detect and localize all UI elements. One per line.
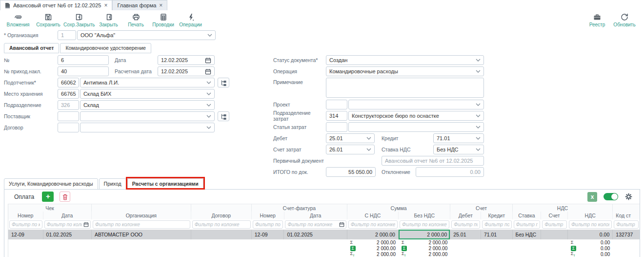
- supplier-select[interactable]: [80, 111, 215, 121]
- cell-vat[interactable]: 0.00: [568, 230, 613, 239]
- col-code[interactable]: Код ст: [613, 212, 640, 219]
- col-with-vat[interactable]: С НДС: [347, 212, 399, 219]
- cell-debit[interactable]: 25.01: [450, 230, 481, 239]
- tab-income[interactable]: Приход: [99, 178, 126, 190]
- cell-check-date[interactable]: 01.02.2025: [43, 230, 92, 239]
- tab-settlements[interactable]: Расчеты с организациями: [127, 178, 203, 190]
- filter-vat-account[interactable]: [542, 220, 567, 229]
- col-without-vat[interactable]: Без НДС: [399, 212, 450, 219]
- window-tab-report[interactable]: Авансовый отчет №6 от 12.02.2025 ×: [0, 0, 112, 10]
- project-code-field[interactable]: [326, 100, 347, 109]
- filter-contract[interactable]: [192, 220, 251, 229]
- attachments-button[interactable]: Вложения: [3, 13, 33, 27]
- postings-button[interactable]: Проводки: [150, 13, 177, 27]
- tab-travel-certificate[interactable]: Командировочное удостоверение: [60, 43, 151, 53]
- close-icon[interactable]: ×: [159, 2, 162, 9]
- cell-code[interactable]: 132737: [613, 230, 640, 239]
- contract-select[interactable]: [80, 123, 215, 132]
- col-vat[interactable]: НДС: [568, 212, 613, 219]
- save-close-button[interactable]: Сохр.Закрыть: [63, 13, 95, 27]
- operations-button[interactable]: Операции: [177, 13, 204, 27]
- col-debit[interactable]: Дебет: [450, 212, 481, 219]
- cell-credit[interactable]: 71.01: [481, 230, 513, 239]
- filter-invoice-date[interactable]: [285, 220, 346, 229]
- excel-export-button[interactable]: x: [587, 192, 597, 202]
- filter-debit[interactable]: [451, 220, 480, 229]
- save-button[interactable]: Сохранить: [33, 13, 63, 27]
- debit-select[interactable]: 25.01: [326, 133, 375, 143]
- cell-vat-account[interactable]: [541, 230, 568, 239]
- delete-row-button[interactable]: [60, 192, 70, 202]
- tab-services[interactable]: Услуги, Командировочные расходы: [4, 178, 98, 190]
- filter-check-date[interactable]: [44, 220, 91, 229]
- col-check-no[interactable]: Номер: [8, 212, 43, 219]
- calc-date-field[interactable]: 12.02.2025: [158, 66, 215, 76]
- contract-code-field[interactable]: [58, 123, 79, 132]
- receipt-no-field[interactable]: 40: [58, 66, 109, 76]
- filter-with-vat[interactable]: [348, 220, 398, 229]
- filter-check-no[interactable]: [9, 220, 42, 229]
- date-field[interactable]: 12.02.2025: [158, 55, 215, 65]
- col-check-date[interactable]: Дата: [43, 212, 92, 219]
- cost-item-select[interactable]: [348, 122, 484, 132]
- cell-contract[interactable]: [191, 230, 252, 239]
- col-credit[interactable]: Кредит: [481, 212, 513, 219]
- no-field[interactable]: 6: [58, 55, 109, 65]
- cell-invoice-date[interactable]: 01.02.2025: [284, 230, 347, 239]
- accountable-select[interactable]: Антипина Л.И.: [80, 78, 215, 87]
- cell-rate[interactable]: Без НДС: [513, 230, 542, 239]
- window-tab-main[interactable]: Главная форма ×: [112, 0, 167, 10]
- calendar-icon[interactable]: [205, 68, 211, 75]
- registry-button[interactable]: Реестр: [584, 13, 611, 27]
- supplier-code-field[interactable]: [58, 111, 79, 121]
- filter-vat[interactable]: [569, 220, 612, 229]
- supplier-picker-button[interactable]: [218, 111, 229, 121]
- settings-button[interactable]: [624, 193, 633, 201]
- filter-invoice-no[interactable]: [253, 220, 283, 229]
- filter-organization[interactable]: [93, 220, 190, 229]
- total-field[interactable]: 55 050.00: [326, 167, 376, 177]
- filter-credit[interactable]: [482, 220, 512, 229]
- add-row-button[interactable]: +: [42, 192, 54, 202]
- col-invoice-date[interactable]: Дата: [284, 212, 347, 219]
- refresh-button[interactable]: Обновить: [611, 13, 638, 27]
- project-select[interactable]: [348, 100, 484, 109]
- cell-without-vat-selected[interactable]: 2 000.00: [399, 230, 450, 239]
- close-icon[interactable]: ×: [104, 2, 107, 9]
- cell-organization[interactable]: АВТОМАСТЕР ООО: [92, 230, 191, 239]
- col-vat-account[interactable]: Счет: [541, 212, 568, 219]
- filter-toggle[interactable]: [604, 193, 618, 200]
- status-select[interactable]: Создан: [326, 55, 484, 65]
- vat-rate-select[interactable]: Без НДС: [433, 145, 484, 154]
- credit-select[interactable]: 71.01: [433, 133, 484, 143]
- department-select[interactable]: Склад: [80, 100, 215, 110]
- cell-with-vat[interactable]: 2 000.00: [347, 230, 399, 239]
- cell-check-no[interactable]: 12-09: [8, 230, 43, 239]
- filter-code[interactable]: [614, 220, 639, 229]
- calendar-icon[interactable]: [205, 57, 211, 64]
- accountable-picker-button[interactable]: [218, 78, 229, 87]
- tab-advance-report[interactable]: Авансовый отчет: [4, 43, 59, 53]
- cost-dept-select[interactable]: Конструкторское бюро по оснастке: [348, 111, 484, 121]
- filter-without-vat[interactable]: [400, 220, 449, 229]
- organization-code-field[interactable]: 1: [58, 30, 76, 40]
- col-rate[interactable]: Ставка: [513, 212, 542, 219]
- cell-invoice-no[interactable]: 12-09: [252, 230, 284, 239]
- organization-select[interactable]: ООО "Альфа": [77, 30, 216, 40]
- storage-select[interactable]: Склад БИХ: [80, 89, 215, 99]
- col-organization[interactable]: Организация: [92, 212, 191, 219]
- cost-account-select[interactable]: 26.01: [326, 145, 375, 154]
- accountable-code-field[interactable]: 66062: [58, 78, 79, 87]
- filter-rate[interactable]: [514, 220, 541, 229]
- storage-code-field[interactable]: 66765: [58, 89, 79, 99]
- close-button[interactable]: Закрыть: [95, 13, 122, 27]
- department-code-field[interactable]: 326: [58, 100, 79, 110]
- cost-dept-code-field[interactable]: 314: [326, 111, 347, 121]
- table-row[interactable]: 12-09 01.02.2025 АВТОМАСТЕР ООО 12-09 01…: [8, 230, 640, 239]
- print-button[interactable]: Печать: [122, 13, 150, 27]
- note-textarea[interactable]: [326, 78, 484, 98]
- col-invoice-no[interactable]: Номер: [252, 212, 284, 219]
- operation-select[interactable]: Командировочные расходы: [326, 66, 484, 76]
- col-contract[interactable]: Договор: [191, 212, 252, 219]
- cost-item-code-field[interactable]: [326, 122, 347, 132]
